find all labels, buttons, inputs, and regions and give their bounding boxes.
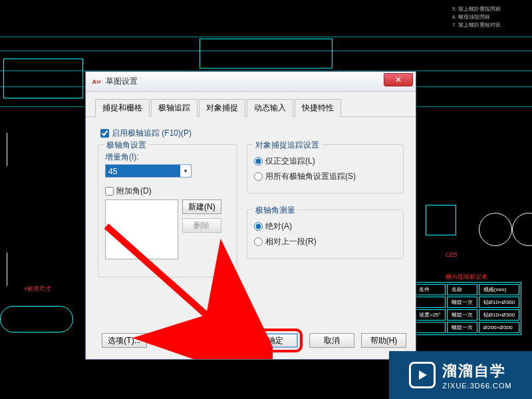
enable-polar-checkbox[interactable] <box>100 129 109 138</box>
tab-content: 启用极轴追踪 (F10)(P) 极轴角设置 增量角(I): 45 ▼ 附加角(D… <box>86 117 416 291</box>
app-icon: A10 <box>91 76 102 87</box>
watermark: 溜溜自学 ZIXUE.3D66.COM <box>389 351 532 399</box>
absolute-label: 绝对(A) <box>265 221 292 232</box>
relative-label: 相对上一段(R) <box>265 236 317 247</box>
increment-angle-label: 增量角(I): <box>105 152 230 163</box>
tab-bar: 捕捉和栅格 极轴追踪 对象捕捉 动态输入 快捷特性 <box>86 92 416 117</box>
all-polar-track-label: 用所有极轴角设置追踪(S) <box>265 171 356 182</box>
svg-marker-2 <box>419 370 427 380</box>
relative-radio[interactable] <box>254 237 263 246</box>
titlebar[interactable]: A10 草图设置 ✕ <box>86 72 416 92</box>
chevron-down-icon[interactable]: ▼ <box>180 168 191 174</box>
ortho-track-radio[interactable] <box>254 157 263 166</box>
tab-snap-grid[interactable]: 捕捉和栅格 <box>95 99 150 117</box>
close-button[interactable]: ✕ <box>384 73 413 86</box>
snap-tracking-group: 对象捕捉追踪设置 仅正交追踪(L) 用所有极轴角设置追踪(S) <box>247 144 404 194</box>
absolute-radio[interactable] <box>254 222 263 231</box>
ortho-track-label: 仅正交追踪(L) <box>265 156 315 167</box>
watermark-url: ZIXUE.3D66.COM <box>442 382 511 390</box>
polar-measure-group: 极轴角测量 绝对(A) 相对上一段(R) <box>247 209 404 259</box>
delete-angle-button: 删除 <box>182 218 221 233</box>
increment-angle-value: 45 <box>106 165 180 177</box>
ok-highlight-ring: 确定 <box>248 329 303 352</box>
cancel-button[interactable]: 取消 <box>309 333 354 348</box>
all-polar-track-radio[interactable] <box>254 172 263 181</box>
tab-object-snap[interactable]: 对象捕捉 <box>199 99 245 117</box>
options-button[interactable]: 选项(T)... <box>102 333 147 348</box>
additional-angle-checkbox[interactable] <box>105 187 114 196</box>
watermark-title: 溜溜自学 <box>442 361 511 381</box>
drafting-settings-dialog: A10 草图设置 ✕ 捕捉和栅格 极轴追踪 对象捕捉 动态输入 快捷特性 启用极… <box>85 71 416 360</box>
tab-quick-props[interactable]: 快捷特性 <box>295 99 341 117</box>
increment-angle-combo[interactable]: 45 ▼ <box>105 164 192 178</box>
new-angle-button[interactable]: 新建(N) <box>182 200 221 214</box>
additional-angle-list[interactable] <box>105 200 178 259</box>
ok-button[interactable]: 确定 <box>253 333 298 348</box>
dialog-footer: 选项(T)... 确定 取消 帮助(H) <box>95 329 406 352</box>
polar-angle-group: 极轴角设置 增量角(I): 45 ▼ 附加角(D) 新建(N) <box>98 144 237 277</box>
play-icon <box>409 362 436 388</box>
tab-polar-tracking[interactable]: 极轴追踪 <box>151 99 198 117</box>
enable-polar-label: 启用极轴追踪 (F10)(P) <box>112 128 192 139</box>
tab-dynamic-input[interactable]: 动态输入 <box>247 99 293 117</box>
dialog-title: 草图设置 <box>106 76 138 87</box>
help-button[interactable]: 帮助(H) <box>361 333 406 348</box>
additional-angle-label: 附加角(D) <box>116 186 152 197</box>
